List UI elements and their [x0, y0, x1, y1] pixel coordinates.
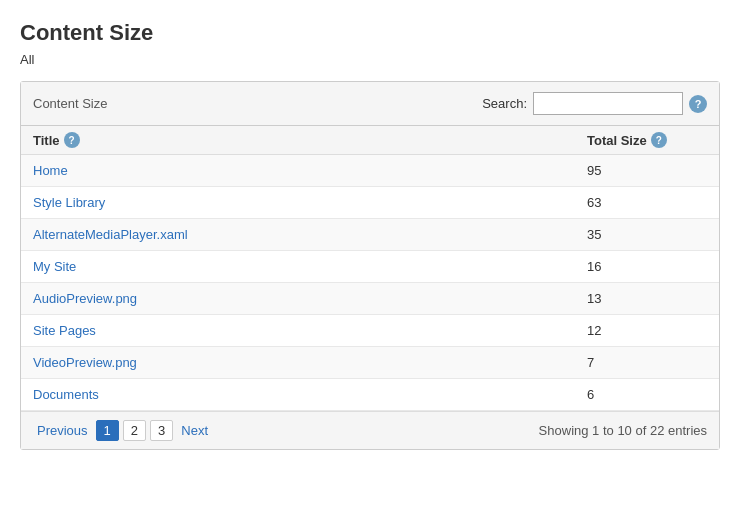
row-size-value: 63 [587, 195, 707, 210]
table-header-bar: Content Size Search: ? [21, 82, 719, 126]
table-row: Home95 [21, 155, 719, 187]
content-size-table: Content Size Search: ? Title ? Total Siz… [20, 81, 720, 450]
showing-text: Showing 1 to 10 of 22 entries [539, 423, 707, 438]
page-2-button[interactable]: 2 [123, 420, 146, 441]
col-title-header: Title ? [33, 132, 587, 148]
row-size-value: 7 [587, 355, 707, 370]
row-title-link[interactable]: Site Pages [33, 323, 587, 338]
search-area: Search: ? [482, 92, 707, 115]
row-title-link[interactable]: Style Library [33, 195, 587, 210]
title-info-icon[interactable]: ? [64, 132, 80, 148]
data-rows-container: Home95Style Library63AlternateMediaPlaye… [21, 155, 719, 411]
table-row: AudioPreview.png13 [21, 283, 719, 315]
table-row: AlternateMediaPlayer.xaml35 [21, 219, 719, 251]
table-row: Documents6 [21, 379, 719, 411]
help-icon[interactable]: ? [689, 95, 707, 113]
col-size-header: Total Size ? [587, 132, 707, 148]
row-size-value: 13 [587, 291, 707, 306]
table-row: Style Library63 [21, 187, 719, 219]
row-title-link[interactable]: My Site [33, 259, 587, 274]
table-row: My Site16 [21, 251, 719, 283]
search-label: Search: [482, 96, 527, 111]
row-size-value: 95 [587, 163, 707, 178]
row-title-link[interactable]: AudioPreview.png [33, 291, 587, 306]
row-size-value: 12 [587, 323, 707, 338]
row-size-value: 6 [587, 387, 707, 402]
page-subtitle: All [20, 52, 723, 67]
size-info-icon[interactable]: ? [651, 132, 667, 148]
row-title-link[interactable]: Home [33, 163, 587, 178]
table-row: VideoPreview.png7 [21, 347, 719, 379]
row-title-link[interactable]: Documents [33, 387, 587, 402]
table-label: Content Size [33, 96, 107, 111]
row-title-link[interactable]: AlternateMediaPlayer.xaml [33, 227, 587, 242]
previous-button[interactable]: Previous [33, 421, 92, 440]
next-button[interactable]: Next [177, 421, 212, 440]
table-footer: Previous 1 2 3 Next Showing 1 to 10 of 2… [21, 411, 719, 449]
table-row: Site Pages12 [21, 315, 719, 347]
row-title-link[interactable]: VideoPreview.png [33, 355, 587, 370]
column-headers: Title ? Total Size ? [21, 126, 719, 155]
row-size-value: 35 [587, 227, 707, 242]
page-1-button[interactable]: 1 [96, 420, 119, 441]
row-size-value: 16 [587, 259, 707, 274]
page-title: Content Size [20, 20, 723, 46]
search-input[interactable] [533, 92, 683, 115]
page-3-button[interactable]: 3 [150, 420, 173, 441]
pagination: Previous 1 2 3 Next [33, 420, 212, 441]
